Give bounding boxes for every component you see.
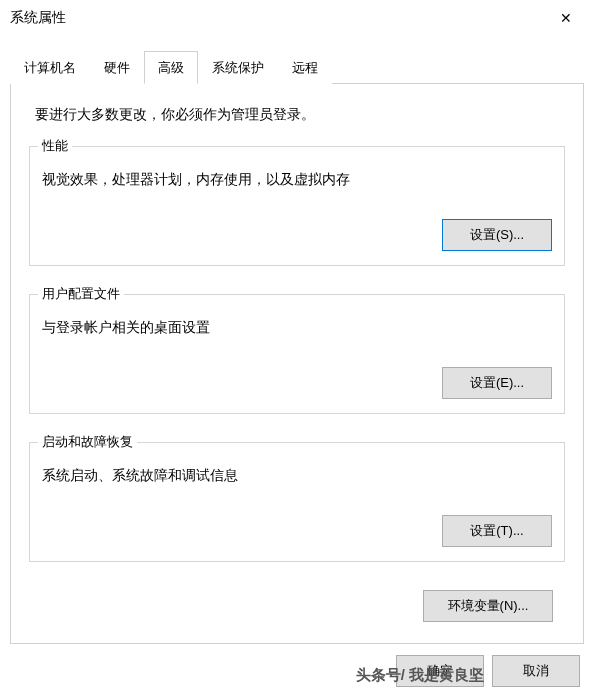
startup-settings-button[interactable]: 设置(T)... bbox=[442, 515, 552, 547]
user-profiles-settings-button[interactable]: 设置(E)... bbox=[442, 367, 552, 399]
tab-computer-name[interactable]: 计算机名 bbox=[10, 51, 90, 84]
window-title: 系统属性 bbox=[10, 9, 66, 27]
env-variables-row: 环境变量(N)... bbox=[29, 590, 565, 622]
environment-variables-button[interactable]: 环境变量(N)... bbox=[423, 590, 553, 622]
group-startup-buttons: 设置(T)... bbox=[42, 515, 552, 547]
tab-advanced[interactable]: 高级 bbox=[144, 51, 198, 84]
group-startup-desc: 系统启动、系统故障和调试信息 bbox=[42, 467, 552, 485]
group-user-profiles-buttons: 设置(E)... bbox=[42, 367, 552, 399]
tab-container: 计算机名 硬件 高级 系统保护 远程 要进行大多数更改，你必须作为管理员登录。 … bbox=[0, 50, 594, 644]
group-performance-buttons: 设置(S)... bbox=[42, 219, 552, 251]
close-button[interactable]: ✕ bbox=[546, 6, 586, 30]
tab-system-protection[interactable]: 系统保护 bbox=[198, 51, 278, 84]
group-performance-desc: 视觉效果，处理器计划，内存使用，以及虚拟内存 bbox=[42, 171, 552, 189]
group-performance-title: 性能 bbox=[38, 137, 72, 155]
performance-settings-button[interactable]: 设置(S)... bbox=[442, 219, 552, 251]
ok-button[interactable]: 确定 bbox=[396, 655, 484, 687]
tab-panel-advanced: 要进行大多数更改，你必须作为管理员登录。 性能 视觉效果，处理器计划，内存使用，… bbox=[10, 84, 584, 644]
tab-remote[interactable]: 远程 bbox=[278, 51, 332, 84]
group-user-profiles-desc: 与登录帐户相关的桌面设置 bbox=[42, 319, 552, 337]
dialog-bottom-buttons: 确定 取消 bbox=[396, 655, 594, 687]
titlebar: 系统属性 ✕ bbox=[0, 0, 594, 36]
group-performance: 性能 视觉效果，处理器计划，内存使用，以及虚拟内存 设置(S)... bbox=[29, 146, 565, 266]
group-user-profiles: 用户配置文件 与登录帐户相关的桌面设置 设置(E)... bbox=[29, 294, 565, 414]
group-startup-title: 启动和故障恢复 bbox=[38, 433, 137, 451]
group-user-profiles-title: 用户配置文件 bbox=[38, 285, 124, 303]
group-startup-recovery: 启动和故障恢复 系统启动、系统故障和调试信息 设置(T)... bbox=[29, 442, 565, 562]
tab-strip: 计算机名 硬件 高级 系统保护 远程 bbox=[10, 50, 584, 84]
close-icon: ✕ bbox=[560, 10, 572, 26]
cancel-button[interactable]: 取消 bbox=[492, 655, 580, 687]
admin-instruction: 要进行大多数更改，你必须作为管理员登录。 bbox=[35, 106, 559, 124]
tab-hardware[interactable]: 硬件 bbox=[90, 51, 144, 84]
